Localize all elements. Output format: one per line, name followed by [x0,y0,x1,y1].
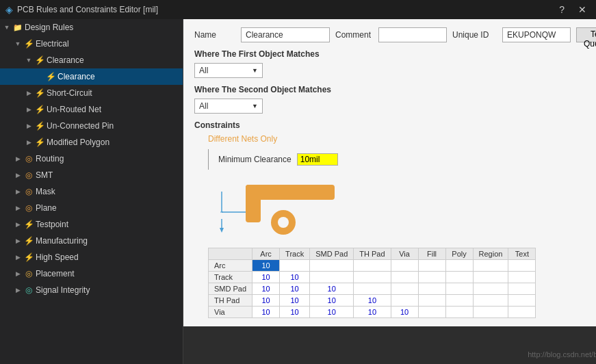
tree-item-smt[interactable]: ▶ ◎ SMT [0,167,183,183]
cell-track-via [391,272,418,283]
first-object-row: All ▼ [194,63,596,78]
tree-item-signal-integrity[interactable]: ▶ ◎ Signal Integrity [0,282,183,298]
tree-item-clearance-child[interactable]: ⚡ Clearance [0,68,183,85]
expand-icon: ▼ [23,57,34,64]
mask-icon: ◎ [23,186,34,197]
tree-item-electrical[interactable]: ▼ ⚡ Electrical [0,36,183,52]
constraints-title: Constraints [194,120,596,130]
tree-label: Testpoint [36,220,68,229]
second-object-row: All ▼ [194,99,596,114]
clearance-child-icon: ⚡ [45,71,56,82]
testpoint-icon: ⚡ [23,219,34,230]
tree-label: Clearance [47,55,84,65]
tree-label: Plane [36,203,57,213]
expand-icon: ▶ [12,237,23,244]
close-button[interactable]: ✕ [574,3,591,16]
tree-item-mask[interactable]: ▶ ◎ Mask [0,183,183,200]
constraints-section: Constraints Different Nets Only Minimum … [194,120,596,318]
tree-item-high-speed[interactable]: ▶ ⚡ High Speed [0,249,183,265]
signal-integrity-icon: ◎ [23,285,34,296]
cell-th-smd[interactable]: 10 [310,295,354,307]
cell-smd-text [508,283,536,295]
tree-item-clearance-parent[interactable]: ▼ ⚡ Clearance [0,52,183,68]
tree-item-plane[interactable]: ▶ ◎ Plane [0,200,183,216]
col-header-via: Via [391,248,418,260]
pcb-diagram-svg [208,178,359,236]
cell-via-smd[interactable]: 10 [310,307,354,318]
cell-smd-th [354,283,391,295]
cell-via-track[interactable]: 10 [280,307,310,318]
tree-item-placement[interactable]: ▶ ◎ Placement [0,265,183,282]
expand-icon: ▶ [12,188,23,195]
min-clearance-input[interactable] [297,153,338,166]
tree-item-manufacturing[interactable]: ▶ ⚡ Manufacturing [0,233,183,249]
tree-label: Clearance [57,72,95,81]
cell-track-region [473,272,508,283]
cell-th-text [508,295,536,307]
cell-arc-poly [445,260,473,272]
comment-label: Comment [335,30,373,40]
col-header-smd-pad: SMD Pad [310,248,354,260]
folder-icon: 📁 [12,22,23,33]
tree-label: Placement [36,269,75,278]
row-label-arc: Arc [209,260,252,272]
smt-icon: ◎ [23,170,34,181]
comment-input[interactable] [378,27,447,42]
tree-item-un-routed-net[interactable]: ▶ ⚡ Un-Routed Net [0,101,183,118]
first-object-title: Where The First Object Matches [194,49,596,59]
electrical-icon: ⚡ [23,38,34,49]
cell-arc-arc[interactable]: 10 [252,260,280,272]
app-icon: ◈ [5,4,13,15]
second-object-title: Where The Second Object Matches [194,85,596,94]
cell-smd-fill [418,283,445,295]
expand-icon: ▶ [12,221,23,228]
tree-item-modified-polygon[interactable]: ▶ ⚡ Modified Polygon [0,134,183,151]
first-object-dropdown[interactable]: All ▼ [194,63,263,78]
cell-smd-arc[interactable]: 10 [252,283,280,295]
tree-item-un-connected-pin[interactable]: ▶ ⚡ Un-Connected Pin [0,118,183,134]
modified-polygon-icon: ⚡ [34,137,45,148]
main-container: ▼ 📁 Design Rules ▼ ⚡ Electrical ▼ ⚡ Clea… [0,19,596,364]
cell-track-track[interactable]: 10 [280,272,310,283]
tree-label: Short-Circuit [47,88,92,98]
cell-track-smd [310,272,354,283]
cell-th-th[interactable]: 10 [354,295,391,307]
tree-item-testpoint[interactable]: ▶ ⚡ Testpoint [0,216,183,233]
col-header-track: Track [280,248,310,260]
expand-icon: ▶ [12,270,23,277]
row-label-via: Via [209,307,252,318]
cell-via-via[interactable]: 10 [391,307,418,318]
un-routed-icon: ⚡ [34,104,45,115]
test-queries-button[interactable]: Test Queries [576,27,596,42]
cell-smd-smd[interactable]: 10 [310,283,354,295]
cell-th-track[interactable]: 10 [280,295,310,307]
un-connected-icon: ⚡ [34,120,45,131]
cell-th-arc[interactable]: 10 [252,295,280,307]
manufacturing-icon: ⚡ [23,235,34,246]
col-header-text: Text [508,248,536,260]
unique-id-input[interactable] [502,27,571,42]
tree-label: Un-Routed Net [47,105,101,114]
tree-item-short-circuit[interactable]: ▶ ⚡ Short-Circuit [0,85,183,101]
expand-icon: ▶ [23,90,34,96]
cell-via-th[interactable]: 10 [354,307,391,318]
cell-arc-smd [310,260,354,272]
short-circuit-icon: ⚡ [34,88,45,99]
cell-th-region [473,295,508,307]
tree-label: Modified Polygon [47,138,109,147]
col-header-arc: Arc [252,248,280,260]
cell-via-arc[interactable]: 10 [252,307,280,318]
plane-icon: ◎ [23,203,34,213]
help-button[interactable]: ? [555,3,569,16]
second-object-dropdown[interactable]: All ▼ [194,99,263,114]
tree-item-routing[interactable]: ▶ ◎ Routing [0,151,183,167]
col-header-region: Region [473,248,508,260]
watermark: http://blog.csdn.net/bestBT [528,350,596,359]
cell-track-arc[interactable]: 10 [252,272,280,283]
tree-item-design-rules[interactable]: ▼ 📁 Design Rules [0,19,183,36]
name-input[interactable] [241,27,330,42]
col-header-fill: Fill [418,248,445,260]
tree-label: Manufacturing [36,236,88,246]
cell-track-text [508,272,536,283]
cell-smd-track[interactable]: 10 [280,283,310,295]
